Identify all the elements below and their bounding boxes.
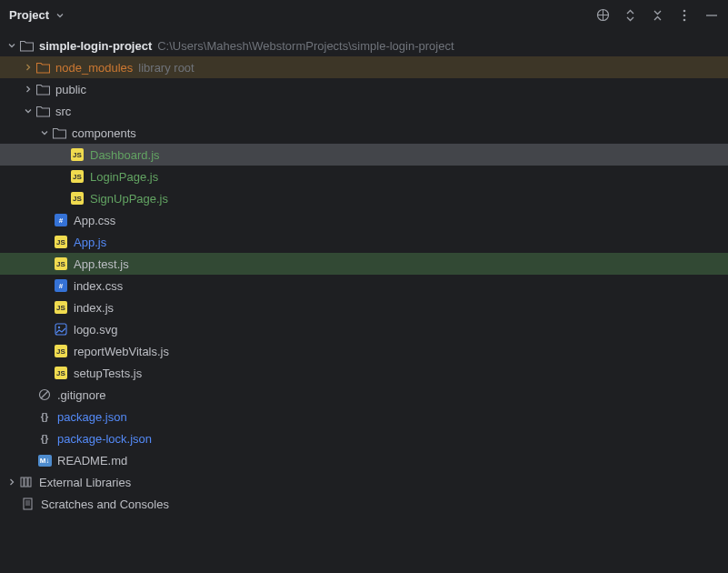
chevron-right-icon[interactable] xyxy=(5,475,19,489)
src-label: src xyxy=(55,105,71,118)
folder-icon xyxy=(52,126,66,140)
library-icon xyxy=(19,475,34,489)
appcss-label: App.css xyxy=(74,214,115,227)
folder-icon xyxy=(35,60,50,75)
loginpage-file-row[interactable]: JS LoginPage.js xyxy=(0,166,728,187)
scratches-label: Scratches and Consoles xyxy=(41,498,169,511)
js-test-file-icon: JS xyxy=(54,256,68,271)
readme-file-row[interactable]: M↓ README.md xyxy=(0,449,728,471)
scratches-icon xyxy=(21,497,35,511)
packagelock-label: package-lock.json xyxy=(57,432,152,446)
packagelock-file-row[interactable]: {} package-lock.json xyxy=(0,427,728,449)
chevron-down-icon[interactable] xyxy=(37,126,52,140)
appjs-label: App.js xyxy=(74,236,106,249)
json-file-icon: {} xyxy=(37,409,52,424)
webvitals-file-row[interactable]: JS reportWebVitals.js xyxy=(0,340,728,362)
select-opened-file-icon[interactable] xyxy=(595,8,610,23)
components-label: components xyxy=(72,126,136,140)
external-libraries-label: External Libraries xyxy=(39,476,131,489)
components-folder-row[interactable]: components xyxy=(0,122,728,144)
apptest-label: App.test.js xyxy=(74,257,129,271)
svg-rect-11 xyxy=(21,478,24,487)
project-tree: simple-login-project C:\Users\Mahesh\Web… xyxy=(0,31,728,515)
indexjs-label: index.js xyxy=(74,301,114,315)
js-file-icon: JS xyxy=(54,366,68,380)
gitignore-icon xyxy=(37,387,52,402)
setuptests-file-row[interactable]: JS setupTests.js xyxy=(0,362,728,384)
svg-rect-12 xyxy=(25,478,27,487)
markdown-file-icon: M↓ xyxy=(37,453,52,467)
dashboard-file-row[interactable]: JS Dashboard.js xyxy=(0,144,728,166)
svg-rect-14 xyxy=(24,498,32,509)
js-file-icon: JS xyxy=(70,147,85,162)
panel-title: Project xyxy=(9,8,49,22)
folder-icon xyxy=(35,82,50,96)
svg-point-3 xyxy=(683,9,686,12)
folder-icon xyxy=(35,104,50,118)
folder-icon xyxy=(19,38,34,53)
header-left[interactable]: Project xyxy=(9,8,67,23)
css-file-icon: # xyxy=(54,278,68,293)
js-file-icon: JS xyxy=(54,300,68,315)
src-folder-row[interactable]: src xyxy=(0,100,728,122)
js-file-icon: JS xyxy=(54,344,68,358)
gitignore-file-row[interactable]: .gitignore xyxy=(0,384,728,406)
chevron-down-icon xyxy=(53,8,67,23)
dashboard-label: Dashboard.js xyxy=(90,148,160,162)
appcss-file-row[interactable]: # App.css xyxy=(0,209,728,231)
readme-label: README.md xyxy=(57,454,127,467)
node-modules-row[interactable]: node_modules library root xyxy=(0,56,728,78)
external-libraries-row[interactable]: External Libraries xyxy=(0,471,728,493)
packagejson-file-row[interactable]: {} package.json xyxy=(0,406,728,427)
public-folder-row[interactable]: public xyxy=(0,78,728,100)
setuptests-label: setupTests.js xyxy=(74,367,142,380)
svg-rect-13 xyxy=(28,478,31,487)
js-file-icon: JS xyxy=(54,235,68,249)
packagejson-label: package.json xyxy=(57,410,127,424)
chevron-down-icon[interactable] xyxy=(21,104,35,118)
svg-line-10 xyxy=(41,391,48,398)
json-file-icon: {} xyxy=(37,431,52,446)
indexjs-file-row[interactable]: JS index.js xyxy=(0,297,728,318)
project-root-row[interactable]: simple-login-project C:\Users\Mahesh\Web… xyxy=(0,35,728,56)
hide-panel-icon[interactable] xyxy=(704,8,719,23)
public-label: public xyxy=(55,83,86,96)
appjs-file-row[interactable]: JS App.js xyxy=(0,231,728,253)
chevron-right-icon[interactable] xyxy=(21,60,35,75)
css-file-icon: # xyxy=(54,213,68,227)
webvitals-label: reportWebVitals.js xyxy=(74,345,169,358)
more-options-icon[interactable] xyxy=(677,8,692,23)
header-actions xyxy=(595,8,719,23)
gitignore-label: .gitignore xyxy=(57,388,105,402)
collapse-all-icon[interactable] xyxy=(650,8,664,23)
library-root-label: library root xyxy=(138,61,194,75)
signuppage-label: SignUpPage.js xyxy=(90,192,168,206)
expand-all-icon[interactable] xyxy=(623,8,637,23)
node-modules-label: node_modules xyxy=(55,61,133,75)
svg-point-8 xyxy=(58,327,60,328)
svg-file-icon xyxy=(54,322,68,337)
logosvg-label: logo.svg xyxy=(74,323,117,337)
logosvg-file-row[interactable]: logo.svg xyxy=(0,318,728,340)
svg-point-5 xyxy=(683,18,686,21)
indexcss-file-row[interactable]: # index.css xyxy=(0,275,728,297)
panel-header: Project xyxy=(0,0,728,31)
svg-point-4 xyxy=(683,14,686,16)
indexcss-label: index.css xyxy=(74,279,123,293)
scratches-row[interactable]: Scratches and Consoles xyxy=(0,493,728,515)
js-file-icon: JS xyxy=(70,191,85,206)
project-path: C:\Users\Mahesh\WebstormProjects\simple-… xyxy=(157,39,454,53)
chevron-right-icon[interactable] xyxy=(21,82,35,96)
js-file-icon: JS xyxy=(70,169,85,184)
apptest-file-row[interactable]: JS App.test.js xyxy=(0,253,728,275)
loginpage-label: LoginPage.js xyxy=(90,170,158,184)
signuppage-file-row[interactable]: JS SignUpPage.js xyxy=(0,187,728,209)
project-name: simple-login-project xyxy=(39,39,152,53)
chevron-down-icon[interactable] xyxy=(5,38,19,53)
